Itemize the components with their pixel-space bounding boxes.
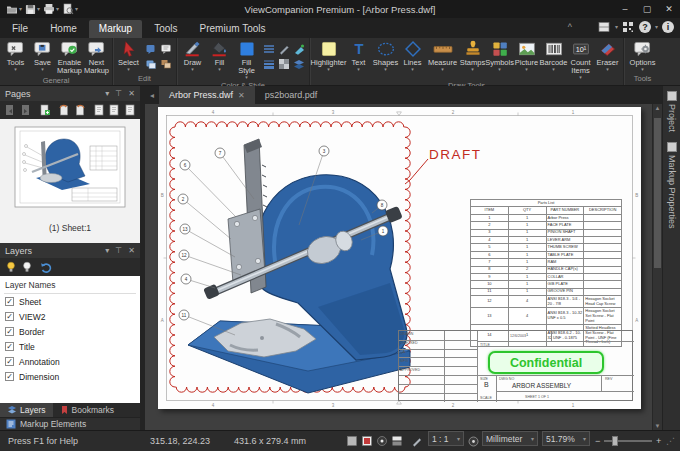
- layer-visibility-checkbox[interactable]: ✓: [5, 327, 14, 336]
- text-button[interactable]: T Text▾: [345, 39, 372, 72]
- scale-select[interactable]: 1 : 1▾: [428, 431, 464, 446]
- rotate-left-page-icon[interactable]: [58, 104, 70, 117]
- fill-color-button[interactable]: Fill▾: [206, 39, 233, 72]
- eraser-button[interactable]: Eraser▾: [594, 39, 621, 72]
- tools-button[interactable]: Tools▾: [2, 39, 29, 72]
- resize-grip[interactable]: ⋰: [666, 431, 675, 451]
- scrollbar-thumb[interactable]: [654, 118, 661, 268]
- prev-page-icon[interactable]: [4, 104, 16, 117]
- layout-toggle-icon[interactable]: [598, 20, 611, 33]
- copy-markup-icon[interactable]: [144, 42, 157, 55]
- rotate-right-page-icon[interactable]: [74, 104, 86, 117]
- transparency-icon[interactable]: [277, 57, 290, 70]
- pen-width-icon[interactable]: [292, 42, 305, 55]
- draw-order-icon[interactable]: [292, 57, 305, 70]
- layer-visibility-checkbox[interactable]: ✓: [5, 297, 14, 306]
- draw-color-button[interactable]: Draw▾: [179, 39, 206, 72]
- markup-visibility-icon[interactable]: [361, 431, 373, 451]
- export-page-icon[interactable]: [108, 104, 120, 117]
- fill-style-button[interactable]: Fill Style▾: [233, 39, 260, 80]
- close-tab-icon[interactable]: ✕: [238, 91, 245, 100]
- monochrome-toggle-icon[interactable]: [346, 431, 358, 451]
- tab-project[interactable]: Project: [667, 91, 677, 132]
- pick-tool-icon[interactable]: [411, 431, 423, 451]
- help-icon[interactable]: ?: [639, 21, 651, 33]
- orbit-icon[interactable]: [376, 431, 388, 451]
- layer-visibility-checkbox[interactable]: ✓: [5, 312, 14, 321]
- barcode-button[interactable]: Barcode▾: [540, 39, 567, 72]
- maximize-button[interactable]: ▢: [636, 0, 658, 18]
- extract-page-icon[interactable]: [93, 104, 105, 117]
- markup-elements-bar[interactable]: Markup Elements: [0, 417, 140, 430]
- tab-premium-tools[interactable]: Premium Tools: [190, 20, 276, 38]
- drawing-viewer[interactable]: 736213124118144332211BBAA DRAFT Confiden…: [145, 104, 662, 430]
- page-thumbnail[interactable]: [10, 124, 130, 220]
- options-button[interactable]: Options▾: [626, 39, 659, 72]
- insert-page-icon[interactable]: [39, 104, 51, 117]
- open-file-button[interactable]: ▾: [6, 3, 22, 15]
- highlighter-button[interactable]: Highlighter▾: [312, 39, 345, 72]
- print-button[interactable]: ▾: [43, 3, 59, 15]
- print-preview-button[interactable]: ▾: [62, 3, 78, 15]
- vertical-scrollbar[interactable]: ▲ ▼: [652, 104, 662, 430]
- scroll-down-icon[interactable]: ▼: [653, 423, 662, 429]
- line-style-icon[interactable]: [262, 42, 275, 55]
- print-page-icon[interactable]: [124, 104, 136, 117]
- layer-visibility-checkbox[interactable]: ✓: [5, 357, 14, 366]
- next-markup-button[interactable]: Next Markup: [83, 39, 110, 75]
- picture-button[interactable]: Picture▾: [513, 39, 540, 72]
- scroll-up-icon[interactable]: ▲: [653, 105, 662, 111]
- qr-code-icon[interactable]: [622, 20, 635, 33]
- tab-bookmarks[interactable]: Bookmarks: [53, 403, 122, 417]
- save-button[interactable]: ▾: [25, 4, 40, 15]
- zoom-level-select[interactable]: 51.79%▾: [542, 431, 590, 446]
- document-tab-ps2board[interactable]: ps2board.pdf: [255, 86, 328, 104]
- zoom-in-button[interactable]: +: [656, 431, 661, 451]
- chevron-down-icon[interactable]: ▾: [655, 24, 658, 30]
- bulb-on-icon[interactable]: [4, 261, 17, 274]
- tab-home[interactable]: Home: [40, 20, 87, 38]
- close-icon[interactable]: ✕: [128, 246, 135, 255]
- zoom-slider-handle[interactable]: [612, 436, 618, 446]
- count-items-button[interactable]: 10¹ Count Items▾: [567, 39, 594, 80]
- tab-markup-properties[interactable]: Markup Properties: [667, 142, 677, 229]
- next-page-icon[interactable]: [19, 104, 31, 117]
- zoom-out-button[interactable]: −: [595, 431, 600, 451]
- stamps-button[interactable]: Stamps▾: [459, 39, 486, 72]
- document-tab-arbor-press[interactable]: Arbor Press.dwf ✕: [159, 86, 255, 104]
- note-icon[interactable]: [159, 42, 172, 55]
- split-view-icon[interactable]: [391, 431, 403, 451]
- pen-style-icon[interactable]: [277, 42, 290, 55]
- draft-markup-text[interactable]: DRAFT: [429, 147, 482, 162]
- pin-icon[interactable]: ⊤: [115, 246, 122, 255]
- layer-visibility-checkbox[interactable]: ✓: [5, 342, 14, 351]
- layer-visibility-checkbox[interactable]: ✓: [5, 372, 14, 381]
- tab-layers[interactable]: Layers: [0, 403, 53, 417]
- tab-scroll-left-icon[interactable]: ◂: [145, 86, 159, 104]
- minimize-button[interactable]: –: [614, 0, 636, 18]
- shapes-button[interactable]: Shapes▾: [372, 39, 399, 72]
- close-button[interactable]: ✕: [658, 0, 680, 18]
- select-button[interactable]: Select▾: [115, 39, 142, 72]
- lines-button[interactable]: Lines▾: [399, 39, 426, 72]
- panel-menu-icon[interactable]: ▾: [105, 89, 109, 98]
- zoom-slider[interactable]: [604, 431, 652, 451]
- symbols-button[interactable]: Symbols▾: [486, 39, 513, 72]
- group-markup-icon[interactable]: [159, 57, 172, 70]
- measure-button[interactable]: Measure▾: [426, 39, 459, 72]
- units-select[interactable]: Millimeter▾: [482, 431, 538, 446]
- scale-info-icon[interactable]: [468, 431, 479, 451]
- tab-file[interactable]: File: [2, 20, 38, 38]
- tab-tools[interactable]: Tools: [144, 20, 187, 38]
- pin-icon[interactable]: ⊤: [115, 89, 122, 98]
- bulb-off-icon[interactable]: [20, 261, 33, 274]
- line-weight-icon[interactable]: [262, 57, 275, 70]
- ribbon-collapse-icon[interactable]: ^: [568, 22, 572, 32]
- panel-menu-icon[interactable]: ▾: [105, 246, 109, 255]
- undo-icon[interactable]: [40, 261, 53, 274]
- about-icon[interactable]: i: [662, 21, 674, 33]
- enable-markup-button[interactable]: Enable Markup: [56, 39, 83, 75]
- close-icon[interactable]: ✕: [128, 89, 135, 98]
- chevron-down-icon[interactable]: ▾: [615, 24, 618, 30]
- paste-markup-icon[interactable]: [144, 57, 157, 70]
